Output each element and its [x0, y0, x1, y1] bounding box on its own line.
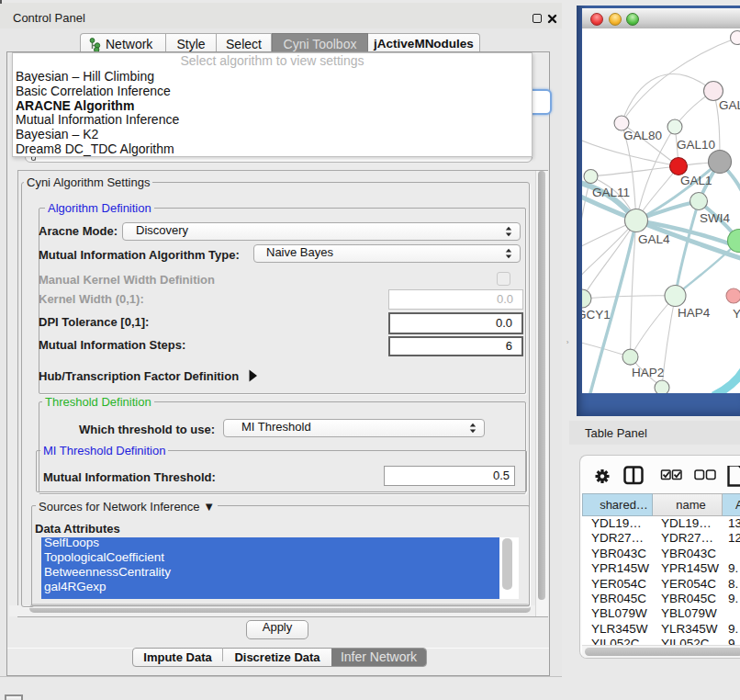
- svg-text:GAL1: GAL1: [680, 174, 712, 187]
- svg-text:HAP4: HAP4: [678, 306, 711, 320]
- svg-text:GAL11: GAL11: [592, 186, 630, 199]
- svg-text:GAL80: GAL80: [623, 129, 662, 142]
- svg-text:SWI4: SWI4: [700, 211, 730, 225]
- svg-text:GAL7: GAL7: [719, 98, 740, 112]
- svg-text:GCY1: GCY1: [582, 308, 611, 322]
- svg-text:HAP2: HAP2: [632, 366, 664, 379]
- svg-text:Y: Y: [733, 307, 740, 321]
- svg-text:GAL4: GAL4: [638, 232, 670, 246]
- svg-text:GAL10: GAL10: [677, 138, 715, 152]
